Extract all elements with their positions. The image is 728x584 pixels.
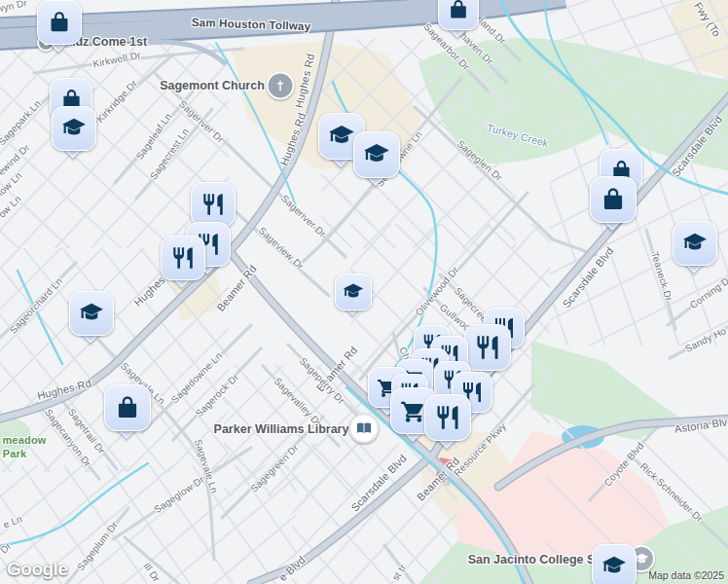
graduation-cap-icon [601,554,627,579]
restaurant-icon [434,404,461,431]
shopping-bag-icon [114,394,141,421]
restaurant-icon [200,192,226,217]
graduation-cap-icon [61,116,87,141]
school-marker[interactable] [335,274,370,309]
shopping-cart-icon [400,397,427,424]
shopping-bag-icon [600,186,627,213]
shopping-marker[interactable] [438,0,477,28]
shopping-marker[interactable] [104,384,149,429]
church-icon[interactable] [267,72,295,100]
map-viewport[interactable]: Sam Houston Tollwaywyn DrKirkwell DrKirk… [0,0,728,584]
shopping-marker[interactable] [37,0,80,43]
graduation-cap-icon [682,231,708,256]
graduation-cap-icon [79,301,104,326]
library-icon[interactable] [349,414,380,444]
restaurant-icon [170,245,196,271]
school-marker[interactable] [673,221,715,264]
school-marker[interactable] [52,106,94,149]
map-attribution: Map data ©2025 [648,569,724,581]
school-marker[interactable] [592,544,635,584]
google-logo[interactable]: Google [7,559,67,580]
restaurant-marker[interactable] [161,236,203,278]
shopping-bag-icon [447,0,470,21]
graduation-cap-icon [343,281,364,303]
restaurant-marker[interactable] [191,182,234,225]
shopping-bag-icon [47,10,72,35]
school-marker[interactable] [353,131,398,176]
restaurant-marker[interactable] [464,324,509,369]
shopping-marker[interactable] [590,176,635,221]
restaurant-icon [474,334,501,361]
school-marker[interactable] [69,291,112,334]
restaurant-marker[interactable] [424,394,469,439]
graduation-cap-icon [328,123,355,150]
graduation-cap-icon [363,141,390,168]
